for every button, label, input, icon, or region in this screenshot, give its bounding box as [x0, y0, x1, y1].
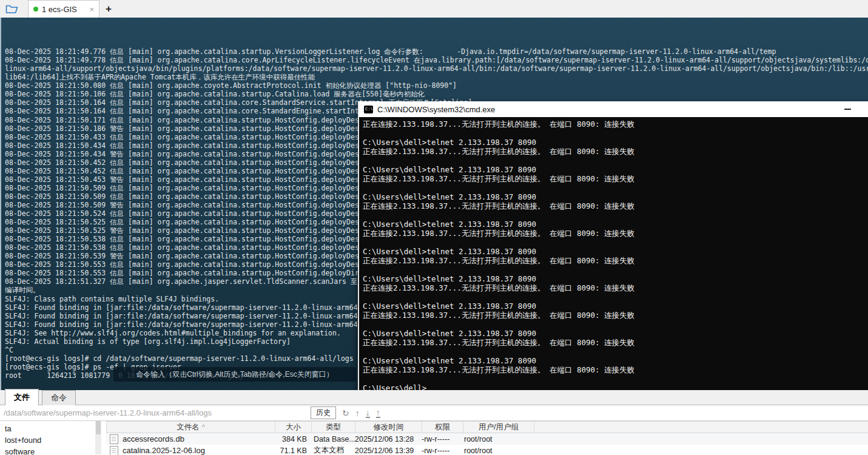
directory-tree: talost+foundsoftware — [0, 421, 95, 454]
cmd-line — [363, 347, 868, 356]
upload-icon[interactable]: ↑ — [376, 408, 380, 418]
sort-asc-icon: ^ — [202, 423, 205, 431]
table-row[interactable]: catalina.2025-12-06.log 71.1 KB 文本文档 202… — [106, 445, 868, 455]
file-table: 文件名 ^ 大小 类型 修改时间 权限 用户/用户组 accessrecords… — [106, 421, 868, 455]
file-permissions: -rw-r----- — [422, 435, 463, 443]
cmd-line: C:\Users\dell>telnet 2.133.198.37 8090 — [363, 329, 868, 338]
cmd-line — [363, 238, 868, 247]
tree-item[interactable]: ta — [0, 423, 95, 434]
cmd-titlebar[interactable]: C:\ C:\WINDOWS\system32\cmd.exe — [359, 101, 868, 117]
cmd-line: C:\Users\dell>telnet 2.133.198.37 8090 — [363, 356, 868, 365]
app-tab-bar: 1 ecs-GIS × + — [0, 0, 868, 18]
cmd-line: 正在连接2.133.198.37...无法打开到主机的连接。 在端口 8090:… — [363, 147, 868, 156]
file-icon — [110, 434, 118, 444]
minimize-icon[interactable] — [844, 109, 851, 110]
terminal-line: 08-Dec-2025 18:21:49.778 信息 [main] org.a… — [5, 56, 868, 64]
cmd-line: 正在连接2.133.198.37...无法打开到主机的连接。 在端口 8090:… — [363, 256, 868, 265]
cmd-window: C:\ C:\WINDOWS\system32\cmd.exe 正在连接2.13… — [358, 101, 868, 391]
terminal-line: lib64:/lib64]上找不到基于APR的Apache Tomcat本机库，… — [5, 73, 868, 81]
tab-files[interactable]: 文件 — [5, 389, 39, 405]
cmd-line — [363, 129, 868, 138]
column-permissions[interactable]: 权限 — [422, 422, 463, 433]
file-owner: root/root — [463, 435, 534, 443]
cmd-line: C:\Users\dell>telnet 2.133.198.37 8090 — [363, 302, 868, 311]
cmd-line: 正在连接2.133.198.37...无法打开到主机的连接。 在端口 8090:… — [363, 365, 868, 374]
cmd-line — [363, 156, 868, 165]
file-owner: root/root — [463, 447, 534, 455]
cmd-window-title: C:\WINDOWS\system32\cmd.exe — [377, 105, 495, 114]
column-filler — [534, 422, 868, 433]
cmd-line: 正在连接2.133.198.37...无法打开到主机的连接。 在端口 8090:… — [363, 311, 868, 320]
column-size[interactable]: 大小 — [275, 422, 312, 433]
session-tab-label: 1 ecs-GIS — [42, 5, 86, 14]
up-directory-icon[interactable]: ↑ — [355, 409, 360, 417]
connection-manager-button[interactable] — [0, 0, 24, 18]
history-button[interactable]: 历史 — [311, 406, 336, 419]
tree-item[interactable]: software — [0, 446, 95, 455]
file-permissions: -rw-r----- — [422, 447, 463, 455]
terminal-line: 08-Dec-2025 18:21:50.106 信息 [main] org.a… — [5, 90, 868, 98]
cmd-line: C:\Users\dell>telnet 2.133.198.37 8090 — [363, 274, 868, 283]
file-modified: 2025/12/06 13:39 — [355, 447, 422, 455]
file-icon — [110, 446, 118, 455]
file-type: Data Base... — [311, 435, 355, 443]
folder-icon — [5, 4, 19, 14]
command-input-hint: 命令输入（双击Ctrl切换,Alt历史,Tab路径/命令,Esc关闭窗口） — [136, 369, 333, 380]
cmd-line — [363, 265, 868, 274]
cmd-line — [363, 320, 868, 329]
column-modified[interactable]: 修改时间 — [355, 422, 422, 433]
cmd-line: C:\Users\dell>telnet 2.133.198.37 8090 — [363, 138, 868, 147]
file-modified: 2025/12/06 13:28 — [355, 435, 422, 443]
column-type[interactable]: 类型 — [312, 422, 355, 433]
cmd-line — [363, 183, 868, 192]
path-toolbar: /data/software/supermap-iserver-11.2.0-l… — [0, 405, 868, 421]
file-name: accessrecords.db — [123, 434, 184, 443]
command-input-bar[interactable]: 命令输入（双击Ctrl切换,Alt历史,Tab路径/命令,Esc关闭窗口） — [113, 367, 356, 382]
file-size: 384 KB — [275, 435, 311, 443]
cmd-line: C:\Users\dell>telnet 2.133.198.37 8090 — [363, 165, 868, 174]
file-manager-panel: 文件 命令 /data/software/supermap-iserver-11… — [0, 390, 868, 455]
file-size: 71.1 KB — [275, 447, 311, 455]
tree-scrollbar[interactable] — [95, 421, 101, 454]
session-tab-ecs-gis[interactable]: 1 ecs-GIS × — [28, 0, 99, 18]
tree-item[interactable]: lost+found — [0, 434, 95, 446]
terminal-line: linux-arm64-all/support/objectsjava/bin/… — [5, 64, 868, 73]
cmd-line: 正在连接2.133.198.37...无法打开到主机的连接。 在端口 8090:… — [363, 201, 868, 211]
cmd-line: 正在连接2.133.198.37...无法打开到主机的连接。 在端口 8090:… — [363, 283, 868, 292]
cmd-icon: C:\ — [364, 106, 373, 113]
table-row[interactable]: accessrecords.db 384 KB Data Base... 202… — [106, 433, 868, 445]
new-tab-button[interactable]: + — [99, 0, 118, 18]
panel-tab-strip: 文件 命令 — [0, 390, 868, 405]
terminal-line: 08-Dec-2025 18:21:50.080 信息 [main] org.a… — [5, 81, 868, 90]
file-name: catalina.2025-12-06.log — [123, 446, 205, 455]
close-icon[interactable]: × — [89, 5, 94, 13]
refresh-icon[interactable]: ↻ — [342, 409, 349, 417]
cmd-line: 正在连接2.133.198.37...无法打开到主机的连接。 在端口 8090:… — [363, 174, 868, 183]
file-table-body: accessrecords.db 384 KB Data Base... 202… — [106, 433, 868, 455]
column-filename[interactable]: 文件名 ^ — [107, 422, 275, 433]
cmd-line: 正在连接2.133.198.37...无法打开到主机的连接。 在端口 8090:… — [363, 120, 868, 129]
current-path[interactable]: /data/software/supermap-iserver-11.2.0-l… — [4, 408, 307, 417]
cmd-line: 正在连接2.133.198.37...无法打开到主机的连接。 在端口 8090:… — [363, 229, 868, 238]
cmd-line — [363, 374, 868, 383]
cmd-line — [363, 211, 868, 220]
terminal-line: 08-Dec-2025 18:21:49.776 信息 [main] org.a… — [5, 47, 868, 56]
file-table-header: 文件名 ^ 大小 类型 修改时间 权限 用户/用户组 — [106, 421, 868, 433]
cmd-line: 正在连接2.133.198.37...无法打开到主机的连接。 在端口 8090:… — [363, 338, 868, 347]
cmd-line: C:\Users\dell>telnet 2.133.198.37 8090 — [363, 192, 868, 201]
cmd-line: C:\Users\dell>telnet 2.133.198.37 8090 — [363, 220, 868, 229]
session-status-dot — [33, 7, 38, 12]
cmd-line: C:\Users\dell>telnet 2.133.198.37 8090 — [363, 247, 868, 256]
download-icon[interactable]: ↓ — [366, 408, 370, 418]
cmd-output[interactable]: 正在连接2.133.198.37...无法打开到主机的连接。 在端口 8090:… — [359, 117, 868, 391]
file-panel-body: talost+foundsoftware 文件名 ^ 大小 类型 修改时间 权限… — [0, 421, 868, 454]
file-type: 文本文档 — [311, 445, 355, 455]
tab-commands[interactable]: 命令 — [42, 390, 76, 405]
cmd-line — [363, 292, 868, 302]
tree-scrollbar-thumb[interactable] — [96, 421, 101, 434]
column-owner[interactable]: 用户/用户组 — [463, 422, 534, 433]
